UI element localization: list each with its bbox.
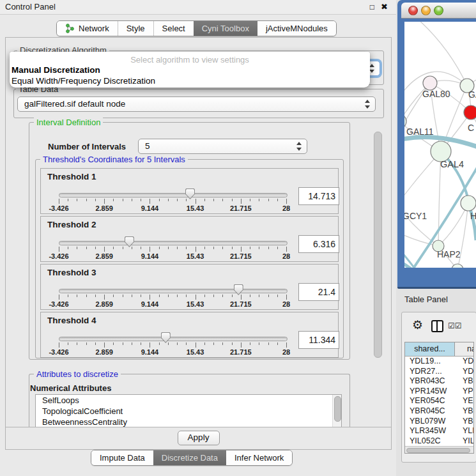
table-row[interactable]: YBR045CYBR0 <box>405 406 473 417</box>
tick-mark <box>250 199 250 201</box>
tick-mark <box>123 199 123 201</box>
tick-mark <box>113 342 114 345</box>
slider-track[interactable] <box>59 289 288 293</box>
slider-tick-labels: -3.4262.8599.14415.4321.71528 <box>59 348 286 356</box>
tick-label: 2.859 <box>95 204 113 212</box>
columns-icon[interactable] <box>431 320 443 332</box>
list-scrollbar[interactable] <box>332 395 341 427</box>
table-row[interactable]: YBL079WYBL0 <box>405 417 473 427</box>
algorithm-option-manual[interactable]: Manual Discretization <box>10 65 370 75</box>
slider-track[interactable] <box>59 337 288 341</box>
threshold-value-field[interactable]: 21.4 <box>298 283 339 301</box>
threshold-value-field[interactable]: 14.713 <box>298 187 339 205</box>
threshold-3-panel: Threshold 3-3.4262.8599.14415.4321.71528… <box>40 264 339 310</box>
tab-cyni-toolbox[interactable]: Cyni Toolbox <box>194 21 257 36</box>
node-red[interactable] <box>464 105 476 119</box>
tab-network-label: Network <box>79 24 109 33</box>
tick-mark <box>86 342 87 345</box>
horizontal-scrollbar-thumb[interactable] <box>406 448 470 454</box>
cell-name: YPR1 <box>459 387 473 397</box>
tick-mark <box>168 342 169 345</box>
tick-mark <box>159 295 160 297</box>
slider-thumb[interactable] <box>185 188 195 199</box>
tick-mark <box>159 342 160 345</box>
tick-mark <box>268 199 269 201</box>
column-header-shared-name[interactable]: shared... <box>405 342 455 356</box>
table-row[interactable]: YBR043CYBR0 <box>405 376 473 387</box>
list-scrollbar-thumb[interactable] <box>334 396 341 422</box>
slider-thumb[interactable] <box>234 284 243 295</box>
slider-track[interactable] <box>59 193 288 197</box>
number-of-intervals-combobox[interactable]: 5 <box>138 139 307 154</box>
node-table: shared... name YDL19...YDL1YDR27...YDR2Y… <box>404 342 474 454</box>
tick-mark <box>259 295 259 297</box>
threshold-value-field[interactable]: 6.316 <box>298 235 339 253</box>
tab-impute-data[interactable]: Impute Data <box>91 450 153 465</box>
slider-thumb[interactable] <box>125 236 134 247</box>
tab-jactivemnodules[interactable]: jActiveMNodules <box>257 21 336 36</box>
algorithm-option-equal-width[interactable]: Equal Width/Frequency Discretization <box>10 75 370 86</box>
table-row[interactable]: YDL19...YDL1 <box>405 357 473 367</box>
cell-name: YIL0 <box>459 436 473 447</box>
threshold-label: Threshold 2 <box>47 220 96 229</box>
tab-jactivemnodules-label: jActiveMNodules <box>266 24 328 33</box>
horizontal-scrollbar[interactable] <box>405 446 473 453</box>
threshold-value-field[interactable]: 11.344 <box>298 331 339 349</box>
apply-button[interactable]: Apply <box>178 431 220 445</box>
tick-mark <box>95 247 96 249</box>
checkbox-icons[interactable]: ☑☑ <box>448 321 462 330</box>
tick-mark <box>68 342 68 345</box>
tab-network[interactable]: Network <box>57 21 118 36</box>
attribute-list-item[interactable]: BetweennessCentrality <box>36 417 341 427</box>
panel-scrollbar-thumb[interactable] <box>374 132 382 358</box>
tab-infer-network[interactable]: Infer Network <box>226 450 292 465</box>
tab-style[interactable]: Style <box>118 21 153 36</box>
tick-mark <box>123 247 123 249</box>
tab-discretize-data-label: Discretize Data <box>162 453 218 463</box>
close-traffic-light[interactable] <box>408 6 418 15</box>
table-row[interactable]: YPR145WYPR1 <box>405 387 473 397</box>
cell-shared-name: YPR145W <box>405 387 459 397</box>
node-right[interactable] <box>461 196 476 211</box>
zoom-traffic-light[interactable] <box>434 6 443 15</box>
algorithm-placeholder-option: Select algorithm to view settings <box>10 52 370 65</box>
numerical-attributes-label: Numerical Attributes <box>30 383 111 393</box>
tick-mark <box>150 199 150 204</box>
slider-track[interactable] <box>59 241 288 245</box>
slider-thumb[interactable] <box>161 332 171 343</box>
slider-ticks <box>59 342 286 348</box>
table-data-combobox[interactable]: galFiltered.sif default node <box>17 96 376 112</box>
attribute-list-item[interactable]: TopologicalCoefficient <box>36 406 341 417</box>
gear-icon[interactable]: ⚙ <box>412 319 423 331</box>
network-canvas[interactable]: GAL80GACGAL11GAL4GCY1HHAP2 <box>404 22 476 268</box>
tick-mark <box>77 295 77 297</box>
column-header-name[interactable]: name <box>455 342 473 356</box>
tick-mark <box>104 199 105 204</box>
float-window-icon[interactable]: □ <box>370 3 374 12</box>
tick-label: 21.715 <box>230 204 252 212</box>
close-window-icon[interactable]: ✖ <box>381 2 388 12</box>
tick-mark <box>213 342 214 345</box>
combo-arrows-icon <box>296 142 302 151</box>
table-row[interactable]: YLR345WYLR3 <box>405 426 473 436</box>
tick-mark <box>213 295 214 297</box>
table-row[interactable]: YER054CYER0 <box>405 396 473 406</box>
tab-select[interactable]: Select <box>153 21 194 36</box>
tab-style-label: Style <box>127 24 145 33</box>
tick-mark <box>277 247 278 249</box>
attribute-list-item[interactable]: SelfLoops <box>36 395 341 406</box>
table-row[interactable]: YIL052CYIL0 <box>405 436 473 447</box>
tick-mark <box>286 295 287 300</box>
minimize-traffic-light[interactable] <box>421 6 431 15</box>
tick-label: 28 <box>282 252 290 260</box>
tick-mark <box>241 295 242 300</box>
window-title: Control Panel <box>5 2 56 12</box>
tick-label: 28 <box>282 348 290 356</box>
tick-mark <box>186 247 187 249</box>
node-gal80[interactable] <box>423 76 437 90</box>
tab-discretize-data[interactable]: Discretize Data <box>153 450 226 465</box>
tick-label: 2.859 <box>95 300 113 308</box>
tick-mark <box>186 342 187 345</box>
tick-mark <box>286 342 287 348</box>
table-row[interactable]: YDR27...YDR2 <box>405 367 473 377</box>
